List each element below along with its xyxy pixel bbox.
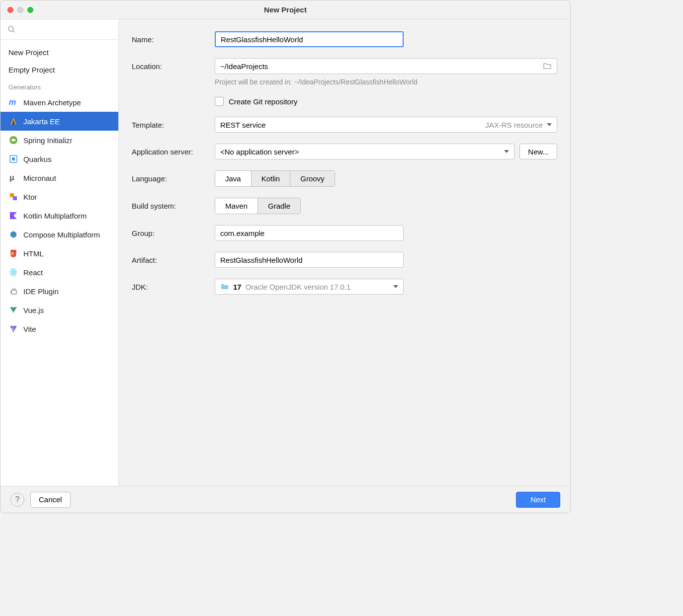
location-value: ~/IdeaProjects bbox=[220, 62, 268, 71]
build-label: Build system: bbox=[132, 202, 209, 210]
svg-rect-13 bbox=[11, 290, 16, 294]
sidebar-item-ktor[interactable]: Ktor bbox=[0, 187, 118, 206]
titlebar: New Project bbox=[0, 0, 570, 19]
language-label: Language: bbox=[132, 174, 209, 183]
group-input[interactable] bbox=[215, 225, 404, 241]
form-panel: Name: Location: ~/IdeaProjects Project w… bbox=[119, 19, 570, 486]
chevron-down-icon bbox=[393, 285, 398, 288]
folder-icon[interactable] bbox=[543, 62, 552, 71]
jdk-desc: Oracle OpenJDK version 17.0.1 bbox=[246, 283, 351, 291]
vue-icon bbox=[8, 305, 18, 315]
new-appserver-button[interactable]: New... bbox=[519, 144, 557, 159]
build-gradle[interactable]: Gradle bbox=[258, 198, 300, 214]
artifact-input[interactable] bbox=[215, 252, 404, 268]
sidebar-item-label: Vue.js bbox=[23, 306, 44, 314]
search-input[interactable] bbox=[5, 22, 113, 36]
footer: ? Cancel Next bbox=[0, 486, 570, 513]
sidebar: New Project Empty Project Generators m M… bbox=[0, 19, 119, 486]
html-icon: 5 bbox=[8, 248, 18, 258]
template-select[interactable]: REST service JAX-RS resource bbox=[215, 117, 557, 133]
jdk-select[interactable]: 17 Oracle OpenJDK version 17.0.1 bbox=[215, 279, 404, 295]
sidebar-item-maven-archetype[interactable]: m Maven Archetype bbox=[0, 93, 118, 112]
jdk-version: 17 bbox=[233, 283, 242, 291]
jdk-folder-icon bbox=[220, 282, 229, 291]
sidebar-item-label: IDE Plugin bbox=[23, 287, 59, 296]
appserver-select[interactable]: <No application server> bbox=[215, 144, 514, 159]
sidebar-item-label: Spring Initializr bbox=[23, 136, 72, 145]
git-label: Create Git repository bbox=[229, 97, 297, 106]
language-groovy[interactable]: Groovy bbox=[290, 171, 334, 186]
sidebar-item-quarkus[interactable]: Quarkus bbox=[0, 150, 118, 168]
sidebar-item-label: Quarkus bbox=[23, 155, 52, 163]
quarkus-icon bbox=[8, 154, 18, 164]
sidebar-item-label: React bbox=[23, 268, 43, 277]
sidebar-item-compose-multiplatform[interactable]: Compose Multiplatform bbox=[0, 225, 118, 244]
location-hint: Project will be created in: ~/IdeaProjec… bbox=[215, 78, 557, 86]
sidebar-item-micronaut[interactable]: μ Micronaut bbox=[0, 168, 118, 187]
sidebar-item-vite[interactable]: Vite bbox=[0, 319, 118, 338]
sidebar-item-label: HTML bbox=[23, 249, 44, 258]
language-kotlin[interactable]: Kotlin bbox=[252, 171, 291, 186]
appserver-value: <No application server> bbox=[220, 148, 299, 156]
kotlin-icon bbox=[8, 211, 18, 221]
sidebar-item-vuejs[interactable]: Vue.js bbox=[0, 301, 118, 319]
sidebar-item-ide-plugin[interactable]: IDE Plugin bbox=[0, 282, 118, 301]
spring-icon bbox=[8, 135, 18, 145]
template-right: JAX-RS resource bbox=[485, 121, 543, 129]
template-label: Template: bbox=[132, 121, 209, 129]
vite-icon bbox=[8, 324, 18, 334]
svg-rect-7 bbox=[13, 196, 17, 200]
sidebar-item-empty-project[interactable]: Empty Project bbox=[0, 61, 118, 78]
svg-text:m: m bbox=[9, 98, 16, 106]
appserver-label: Application server: bbox=[132, 148, 209, 156]
template-value: REST service bbox=[220, 121, 265, 129]
chevron-down-icon bbox=[547, 123, 552, 126]
svg-text:5: 5 bbox=[11, 251, 14, 256]
language-segmented: Java Kotlin Groovy bbox=[215, 170, 335, 187]
sidebar-item-label: Compose Multiplatform bbox=[23, 231, 100, 239]
sidebar-item-jakarta-ee[interactable]: Jakarta EE bbox=[0, 112, 118, 131]
svg-point-0 bbox=[8, 26, 13, 31]
search-icon bbox=[7, 25, 15, 33]
svg-text:μ: μ bbox=[9, 173, 14, 182]
sidebar-item-label: Kotlin Multiplatform bbox=[23, 212, 87, 220]
next-button[interactable]: Next bbox=[516, 492, 560, 508]
maven-icon: m bbox=[8, 97, 18, 107]
compose-icon bbox=[8, 230, 18, 239]
sidebar-item-label: Micronaut bbox=[23, 174, 56, 182]
sidebar-item-html[interactable]: 5 HTML bbox=[0, 244, 118, 263]
micronaut-icon: μ bbox=[8, 173, 18, 183]
sidebar-item-label: Ktor bbox=[23, 193, 37, 201]
react-icon bbox=[8, 267, 18, 277]
sidebar-item-label: Maven Archetype bbox=[23, 98, 81, 107]
generators-header: Generators bbox=[0, 78, 118, 93]
sidebar-item-label: Empty Project bbox=[8, 66, 55, 74]
sidebar-item-new-project[interactable]: New Project bbox=[0, 44, 118, 61]
window-title: New Project bbox=[0, 5, 570, 14]
sidebar-item-label: Jakarta EE bbox=[23, 117, 60, 126]
chevron-down-icon bbox=[504, 150, 509, 153]
ktor-icon bbox=[8, 192, 18, 202]
sidebar-item-react[interactable]: React bbox=[0, 263, 118, 282]
group-label: Group: bbox=[132, 229, 209, 237]
jakarta-icon bbox=[8, 116, 18, 126]
sidebar-item-label: New Project bbox=[8, 48, 49, 57]
cancel-button[interactable]: Cancel bbox=[30, 492, 71, 508]
location-input[interactable]: ~/IdeaProjects bbox=[215, 58, 557, 74]
location-label: Location: bbox=[132, 62, 209, 71]
sidebar-item-kotlin-multiplatform[interactable]: Kotlin Multiplatform bbox=[0, 206, 118, 225]
svg-point-9 bbox=[13, 272, 14, 273]
language-java[interactable]: Java bbox=[215, 171, 252, 186]
help-button[interactable]: ? bbox=[10, 493, 24, 507]
jdk-label: JDK: bbox=[132, 283, 209, 291]
svg-line-1 bbox=[13, 31, 14, 32]
build-segmented: Maven Gradle bbox=[215, 198, 301, 214]
artifact-label: Artifact: bbox=[132, 256, 209, 264]
sidebar-item-label: Vite bbox=[23, 325, 36, 333]
plugin-icon bbox=[8, 286, 18, 296]
name-input[interactable] bbox=[215, 31, 404, 47]
git-checkbox[interactable] bbox=[215, 97, 224, 106]
sidebar-item-spring-initializr[interactable]: Spring Initializr bbox=[0, 131, 118, 150]
name-label: Name: bbox=[132, 35, 209, 44]
build-maven[interactable]: Maven bbox=[215, 198, 258, 214]
